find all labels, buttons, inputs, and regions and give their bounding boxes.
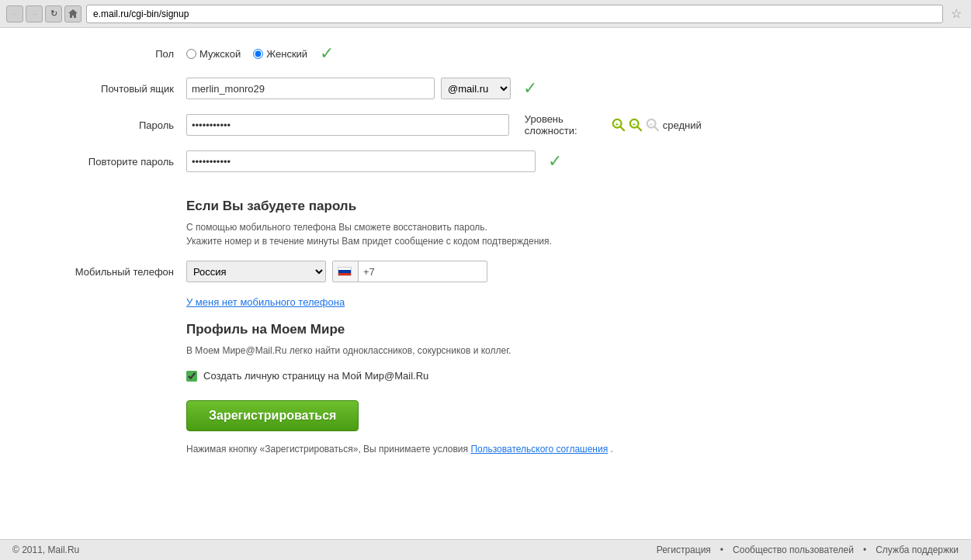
- strength-label: Уровень сложности:: [525, 113, 609, 137]
- gender-male-label: Мужской: [199, 48, 241, 60]
- back-button[interactable]: ←: [6, 5, 23, 22]
- gender-field: Мужской Женский ✓: [186, 43, 668, 64]
- page-content: Пол Мужской Женский ✓ Почтовый ящик @mai…: [0, 28, 699, 470]
- profile-checkbox[interactable]: [186, 371, 197, 382]
- mobile-phone-row: Мобильный телефон Россия +7: [31, 261, 668, 282]
- strength-icon-3: +: [646, 117, 660, 133]
- email-row: Почтовый ящик @mail.ru @inbox.ru @list.r…: [31, 78, 668, 99]
- svg-line-7: [654, 127, 657, 130]
- email-field: @mail.ru @inbox.ru @list.ru @bk.ru ✓: [186, 78, 668, 99]
- email-label: Почтовый ящик: [31, 83, 186, 95]
- gender-male-option[interactable]: Мужской: [186, 48, 241, 60]
- gender-checkmark: ✓: [320, 43, 334, 64]
- if-forget-desc: С помощью мобильного телефона Вы сможете…: [186, 220, 668, 248]
- address-bar[interactable]: [86, 5, 943, 23]
- password-input[interactable]: [186, 114, 509, 136]
- reload-button[interactable]: ↻: [45, 5, 62, 22]
- gender-female-label: Женский: [266, 48, 307, 60]
- svg-text:+: +: [616, 121, 619, 128]
- password-repeat-input[interactable]: [186, 150, 536, 172]
- password-repeat-label: Повторите пароль: [31, 156, 186, 168]
- terms-text: Нажимая кнопку «Зарегистрироваться», Вы …: [186, 444, 668, 455]
- profile-title: Профиль на Моем Мире: [186, 322, 668, 337]
- strength-value: средний: [663, 119, 702, 131]
- email-input[interactable]: [186, 78, 435, 99]
- svg-text:+: +: [649, 121, 653, 128]
- phone-code: +7: [359, 266, 380, 278]
- bookmark-star-icon[interactable]: ☆: [948, 5, 965, 22]
- if-forget-title: Если Вы забудете пароль: [186, 199, 668, 214]
- svg-line-4: [638, 127, 641, 130]
- email-checkmark: ✓: [523, 78, 537, 99]
- register-button[interactable]: Зарегистрироваться: [186, 400, 359, 431]
- register-btn-wrapper: Зарегистрироваться: [186, 400, 668, 431]
- password-repeat-checkmark: ✓: [548, 151, 562, 171]
- terms-link[interactable]: Пользовательского соглашения: [470, 444, 608, 455]
- profile-row: Создать личную страницу на Мой Мир@Mail.…: [186, 370, 668, 382]
- country-select[interactable]: Россия: [186, 261, 326, 282]
- gender-female-option[interactable]: Женский: [253, 48, 307, 60]
- password-row: Пароль Уровень сложности: + +: [31, 113, 668, 137]
- browser-toolbar: ← → ↻ ☆: [0, 0, 971, 28]
- mobile-phone-field: Россия +7: [186, 261, 668, 282]
- phone-input-group: +7: [332, 261, 487, 282]
- if-forget-desc1: С помощью мобильного телефона Вы сможете…: [186, 222, 487, 233]
- terms-prefix: Нажимая кнопку «Зарегистрироваться», Вы …: [186, 444, 468, 455]
- password-field: Уровень сложности: + + +: [186, 113, 702, 137]
- password-repeat-field: ✓: [186, 150, 668, 172]
- profile-checkbox-label[interactable]: Создать личную страницу на Мой Мир@Mail.…: [203, 370, 428, 382]
- terms-end: .: [611, 444, 613, 455]
- forward-button[interactable]: →: [26, 5, 43, 22]
- flag-icon: [338, 267, 352, 276]
- gender-male-radio[interactable]: [186, 49, 196, 59]
- gender-radio-group: Мужской Женский: [186, 48, 307, 60]
- strength-icon-1: +: [612, 117, 626, 133]
- strength-indicator: Уровень сложности: + + +: [525, 113, 702, 137]
- password-repeat-row: Повторите пароль ✓: [31, 150, 668, 172]
- russia-flag-icon: [333, 261, 359, 282]
- password-label: Пароль: [31, 119, 186, 131]
- profile-desc: В Моем Мире@Mail.Ru легко найти одноклас…: [186, 344, 668, 358]
- nav-buttons: ← → ↻: [6, 5, 81, 22]
- svg-text:+: +: [632, 121, 636, 128]
- gender-female-radio[interactable]: [253, 49, 263, 59]
- home-button[interactable]: [64, 5, 81, 22]
- email-domain-select[interactable]: @mail.ru @inbox.ru @list.ru @bk.ru: [441, 78, 511, 99]
- if-forget-desc2: Укажите номер и в течение минуты Вам при…: [186, 236, 552, 247]
- no-phone-link[interactable]: У меня нет мобильного телефона: [186, 296, 668, 308]
- gender-row: Пол Мужской Женский ✓: [31, 43, 668, 64]
- mobile-phone-label: Мобильный телефон: [31, 266, 186, 278]
- svg-line-1: [621, 127, 624, 130]
- strength-icon-2: +: [629, 117, 643, 133]
- gender-label: Пол: [31, 48, 186, 60]
